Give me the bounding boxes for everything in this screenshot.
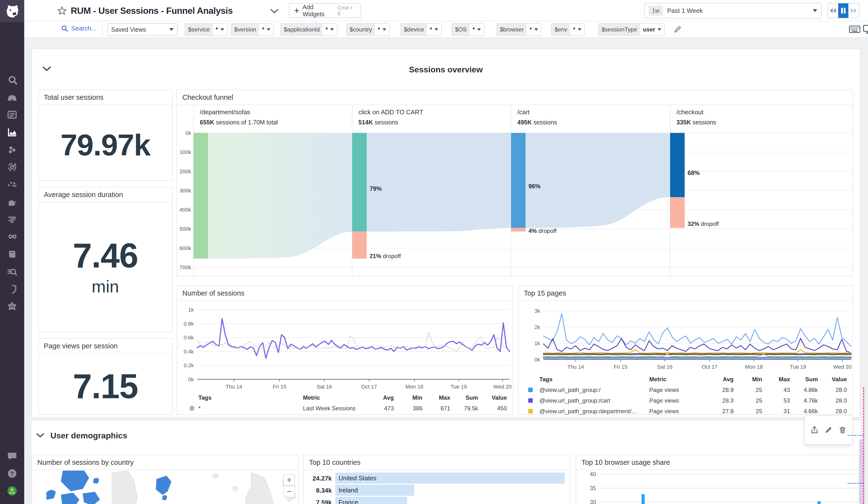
- y-tick: 1k: [177, 307, 194, 313]
- sidebar-item-infrastructure[interactable]: [7, 144, 18, 155]
- template-variable-country[interactable]: $country*: [346, 23, 390, 36]
- world-map[interactable]: [32, 471, 298, 504]
- funnel-conversion-pct: 96%: [528, 183, 540, 190]
- legend-tag: *: [198, 405, 200, 412]
- legend-row[interactable]: @view.url_path_group:/Page views28.92543…: [518, 387, 852, 397]
- variable-caret-icon: [220, 28, 224, 31]
- top-15-pages-chart[interactable]: 3k2k1k0kThu 14Fri 15Sat 16Oct 17Mon 18Tu…: [518, 301, 853, 369]
- variable-value: *: [427, 24, 441, 35]
- legend-tag: @view.url_path_group:/: [539, 387, 601, 393]
- sidebar-item-integrations[interactable]: [7, 196, 18, 208]
- legend-value: 28.0: [815, 408, 847, 415]
- template-variable-version[interactable]: $version*: [231, 23, 274, 36]
- sidebar-item-network[interactable]: [7, 301, 18, 312]
- funnel-step-header: /department/sofas655K sessions of 1.70M …: [200, 108, 278, 126]
- favorite-star-icon[interactable]: [57, 6, 67, 16]
- pencil-icon: [824, 426, 833, 434]
- plus-icon: [294, 8, 300, 14]
- integrations-icon: [7, 197, 17, 207]
- export-icon: [810, 426, 819, 434]
- legend-row[interactable]: @view.url_path_group:/department/…Page v…: [518, 408, 852, 415]
- template-variable-service[interactable]: $service*: [185, 23, 228, 36]
- drag-guide-vertical-line: [863, 387, 864, 504]
- tv-mode-icon[interactable]: [863, 24, 868, 34]
- legend-sum: 79.5k: [447, 405, 478, 412]
- add-widgets-button[interactable]: Add Widgets Cmd + E: [289, 3, 361, 18]
- datadog-logo[interactable]: [0, 0, 24, 22]
- template-variable-OS[interactable]: $OS*: [452, 23, 484, 36]
- time-range-selector[interactable]: 1w Past 1 Week: [644, 3, 822, 18]
- edit-variables-pencil-icon[interactable]: [673, 25, 682, 33]
- template-variable-browser[interactable]: $browser*: [496, 23, 541, 36]
- funnel-y-tick: 600k: [177, 245, 191, 252]
- legend-avg: 473: [362, 405, 394, 412]
- y-tick: 0.8k: [177, 321, 194, 327]
- sidebar-item-help[interactable]: ?: [7, 468, 18, 479]
- sidebar-item-search[interactable]: [7, 74, 18, 85]
- drag-guide-bottom-line: [848, 483, 863, 484]
- country-row-ireland[interactable]: 8.34kIreland: [304, 485, 570, 496]
- funnel-step-header: click on ADD TO CART514K sessions: [359, 108, 423, 126]
- browser-y-tick: 35: [576, 485, 596, 492]
- sidebar-item-chat[interactable]: [7, 451, 18, 462]
- demographics-collapse-chevron-icon[interactable]: [36, 432, 44, 438]
- sidebar-item-ci-search[interactable]: [7, 266, 18, 277]
- sidebar-item-dashboards[interactable]: [7, 109, 18, 120]
- toolbar-divider: [102, 23, 103, 35]
- legend-row[interactable]: *Last Week Sessions47338667179.5k450: [177, 405, 513, 415]
- map-zoom-out-button[interactable]: −: [283, 486, 295, 497]
- page-views-per-session-card: Page views per session 7.15: [38, 338, 173, 415]
- export-widget-button[interactable]: [810, 426, 819, 434]
- sidebar-item-synthetics[interactable]: [7, 231, 18, 242]
- y-tick: 0k: [518, 357, 540, 363]
- pause-button[interactable]: [838, 3, 849, 18]
- fast-forward-button[interactable]: [848, 3, 859, 18]
- template-variable-sessionType[interactable]: $sessionTypeuser: [598, 23, 665, 36]
- sidebar-item-gauge[interactable]: [7, 179, 18, 190]
- title-chevron-down-icon[interactable]: [270, 8, 279, 14]
- sidebar-item-apm[interactable]: [7, 161, 18, 172]
- country-row-france[interactable]: 7.59kFrance: [304, 497, 570, 504]
- template-variable-device[interactable]: $device*: [401, 23, 442, 36]
- saved-views-dropdown[interactable]: Saved Views: [107, 23, 177, 36]
- template-variable-applicationId[interactable]: $applicationId*: [280, 23, 337, 36]
- funnel-step-sessions: 514K sessions: [359, 119, 423, 126]
- browser-usage-chart[interactable]: 403530: [576, 471, 859, 504]
- legend-min: 386: [391, 405, 422, 412]
- svg-text:?: ?: [10, 470, 14, 477]
- legend-row[interactable]: @view.url_path_group:/cartPage views28.3…: [518, 397, 852, 408]
- legend-sum: 4.66k: [786, 408, 818, 415]
- checkout-funnel-chart[interactable]: 0k100k200k300k400k500k600k700k/departmen…: [177, 90, 852, 276]
- legend-metric: Page views: [649, 397, 679, 404]
- search-button[interactable]: Search...: [61, 25, 96, 32]
- avg-session-duration-card: Average session duration 7.46 min: [38, 187, 173, 332]
- rewind-button[interactable]: [828, 3, 838, 18]
- sidebar-item-metrics[interactable]: [7, 127, 18, 138]
- delete-widget-button[interactable]: [838, 426, 847, 434]
- legend-min: 25: [731, 408, 762, 415]
- sidebar-item-watchdog[interactable]: [7, 92, 18, 103]
- country-row-united-states[interactable]: 24.27kUnited States: [304, 473, 570, 484]
- x-tick: Sat 16: [650, 364, 679, 370]
- number-of-sessions-chart[interactable]: 1k0.8k0.6k0.4k0.2k0kThu 14Fri 15Sat 16Oc…: [177, 301, 513, 388]
- legend-metric: Page views: [649, 387, 679, 393]
- funnel-dropoff-label: 21% dropoff: [370, 253, 401, 260]
- x-tick: Tue 19: [784, 364, 813, 370]
- keyboard-shortcuts-icon[interactable]: [849, 25, 860, 34]
- filter-toolbar: Search... Saved Views $service*$version*…: [24, 21, 868, 38]
- variable-value: *: [570, 24, 585, 35]
- search-label: Search...: [71, 25, 96, 32]
- map-zoom-in-button[interactable]: +: [283, 474, 295, 486]
- widget-hover-toolbar: [805, 416, 852, 444]
- sidebar-item-security[interactable]: [7, 283, 18, 295]
- sidebar-item-logs[interactable]: [7, 214, 18, 225]
- sidebar-item-account[interactable]: [7, 485, 18, 496]
- edit-widget-button[interactable]: [824, 426, 833, 434]
- variable-value: user: [640, 24, 664, 35]
- legend-tag: @view.url_path_group:/department/…: [539, 408, 638, 415]
- legend-sum: 4.86k: [786, 387, 818, 393]
- gauge-icon: [7, 179, 17, 190]
- sidebar-item-notebook[interactable]: [7, 249, 18, 260]
- template-variable-env[interactable]: $env*: [551, 23, 585, 36]
- browser-y-tick: 30: [576, 499, 596, 504]
